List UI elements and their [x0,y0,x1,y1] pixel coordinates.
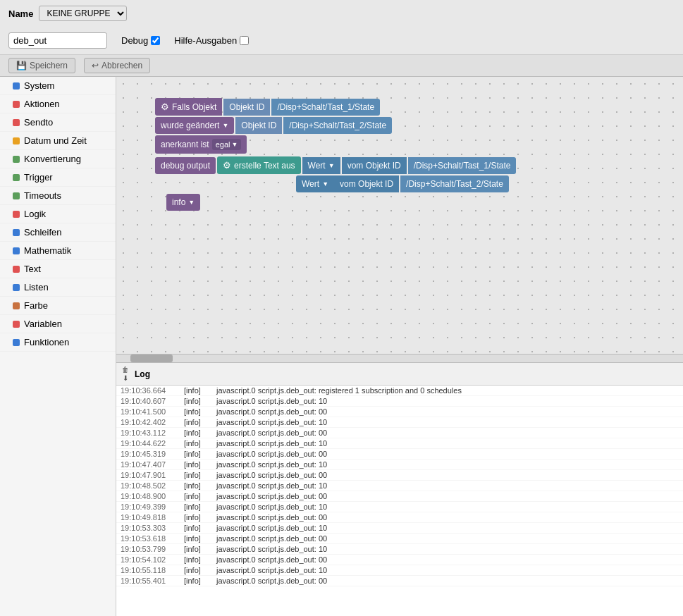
log-msg: javascript.0 script.js.deb_out: 10 [216,566,679,574]
log-msg: javascript.0 script.js.deb_out: 00 [216,492,679,500]
log-level: [info] [184,460,216,469]
wert-block2[interactable]: Wert ▼ [296,175,334,192]
log-msg: javascript.0 script.js.deb_out: 10 [216,503,679,511]
log-row: 19:10:49.399 [info] javascript.0 script.… [116,502,683,512]
log-label: Log [135,369,150,379]
log-level: [info] [184,524,216,532]
sidebar-item-trigger[interactable]: Trigger [0,168,116,187]
canvas[interactable]: ⚙ Falls Objekt Objekt ID /Disp+Schalt/Ta… [116,77,683,354]
cancel-button[interactable]: ↩ Abbrechen [84,58,150,73]
log-time: 19:10:55.118 [121,566,184,574]
log-msg: javascript.0 script.js.deb_out: 10 [216,545,679,553]
hilfe-label: Hilfe-Ausgaben [174,35,237,46]
vom-block2: vom Objekt ID [334,175,399,192]
sidebar-item-listen[interactable]: Listen [0,278,116,297]
log-row: 19:10:53.799 [info] javascript.0 script.… [116,544,683,555]
log-row: 19:10:47.901 [info] javascript.0 script.… [116,470,683,481]
cancel-label: Abbrechen [101,61,142,70]
toolbar: 💾 Speichern ↩ Abbrechen [0,55,683,77]
logik-dot [13,211,20,218]
log-clear-button[interactable]: 🗑 [122,366,129,374]
anerkannt-label: anerkannt ist [161,140,209,149]
path1-text: /Disp+Schalt/Tast_1/State [277,102,374,112]
listen-dot [13,284,20,291]
log-download-button[interactable]: ⬇ [122,374,129,382]
wurde-block[interactable]: wurde geändert ▼ [155,117,234,134]
log-level: [info] [184,566,216,574]
sidebar: System Aktionen Sendto Datum und Zeit Ko… [0,77,116,616]
sidebar-item-sendto[interactable]: Sendto [0,113,116,132]
log-msg: javascript.0 script.js.deb_out: register… [216,386,679,395]
log-content[interactable]: 19:10:36.664 [info] javascript.0 script.… [116,386,683,616]
sidebar-item-funktionen[interactable]: Funktionen [0,333,116,352]
log-msg: javascript.0 script.js.deb_out: 00 [216,577,679,585]
sidebar-item-mathematik[interactable]: Mathematik [0,242,116,260]
system-dot [13,82,20,90]
log-time: 19:10:47.407 [121,460,184,469]
save-icon: 💾 [16,61,27,70]
vom-label2: vom Objekt ID [340,179,393,189]
info-block[interactable]: info ▼ [166,194,200,211]
block-row2: wurde geändert ▼ Objekt ID /Disp+Schalt/… [155,117,516,134]
canvas-section: ⚙ Falls Objekt Objekt ID /Disp+Schalt/Ta… [116,77,683,616]
log-time: 19:10:44.622 [121,439,184,448]
sidebar-item-logik[interactable]: Logik [0,205,116,223]
log-area: 🗑 ⬇ Log 19:10:36.664 [info] javascript.0… [116,362,683,616]
debug-checkbox[interactable] [151,36,160,45]
wert-block1[interactable]: Wert ▼ [302,157,340,174]
timeouts-dot [13,192,20,199]
egal-block[interactable]: egal ▼ [212,139,242,150]
log-msg: javascript.0 script.js.deb_out: 10 [216,524,679,532]
log-time: 19:10:49.399 [121,503,184,511]
sidebar-item-schleifen[interactable]: Schleifen [0,223,116,242]
sidebar-item-konvertierung[interactable]: Konvertierung [0,150,116,168]
log-time: 19:10:42.402 [121,418,184,426]
egal-label: egal [216,140,230,149]
log-msg: javascript.0 script.js.deb_out: 00 [216,555,679,564]
sidebar-item-farbe[interactable]: Farbe [0,297,116,315]
log-row: 19:10:54.102 [info] javascript.0 script.… [116,555,683,565]
log-msg: javascript.0 script.js.deb_out: 10 [216,397,679,405]
log-row: 19:10:44.622 [info] javascript.0 script.… [116,438,683,449]
sidebar-item-text[interactable]: Text [0,260,116,278]
anerkannt-block[interactable]: anerkannt ist egal ▼ [155,135,247,154]
log-row: 19:10:55.118 [info] javascript.0 script.… [116,565,683,576]
log-msg: javascript.0 script.js.deb_out: 10 [216,460,679,469]
block-row1: ⚙ Falls Objekt Objekt ID /Disp+Schalt/Ta… [155,98,516,116]
log-time: 19:10:53.618 [121,534,184,543]
debug-block[interactable]: debug output [155,157,216,174]
log-row: 19:10:53.303 [info] javascript.0 script.… [116,523,683,534]
sidebar-item-variablen[interactable]: Variablen [0,315,116,333]
block-row3: anerkannt ist egal ▼ [155,135,516,154]
log-row: 19:10:43.112 [info] javascript.0 script.… [116,428,683,438]
sidebar-item-timeouts[interactable]: Timeouts [0,187,116,205]
log-level: [info] [184,503,216,511]
konvertierung-dot [13,156,20,163]
falls-block[interactable]: ⚙ Falls Objekt [155,98,222,116]
log-row: 19:10:36.664 [info] javascript.0 script.… [116,386,683,396]
path2-text: /Disp+Schalt/Tast_2/State [289,121,386,130]
path3-block: /Disp+Schalt/Tast_1/State [408,157,517,174]
log-level: [info] [184,429,216,437]
erstelle-block[interactable]: ⚙ erstelle Text aus [217,156,301,174]
sidebar-item-datum[interactable]: Datum und Zeit [0,132,116,150]
name-label: Name [8,8,33,19]
log-level: [info] [184,397,216,405]
schleifen-dot [13,229,20,236]
horizontal-scrollbar[interactable] [116,354,683,362]
hilfe-checkbox[interactable] [240,36,249,45]
log-msg: javascript.0 script.js.deb_out: 00 [216,407,679,416]
wert-label2: Wert [302,179,319,189]
sidebar-item-aktionen[interactable]: Aktionen [0,95,116,113]
log-level: [info] [184,386,216,395]
log-msg: javascript.0 script.js.deb_out: 00 [216,513,679,522]
log-level: [info] [184,450,216,458]
wert-arrow1: ▼ [328,162,335,169]
log-time: 19:10:36.664 [121,386,184,395]
group-select[interactable]: KEINE GRUPPE [39,6,127,21]
log-level: [info] [184,418,216,426]
name-input[interactable] [8,32,107,49]
scrollbar-thumb[interactable] [130,355,173,362]
save-button[interactable]: 💾 Speichern [8,58,75,73]
sidebar-item-system[interactable]: System [0,77,116,95]
